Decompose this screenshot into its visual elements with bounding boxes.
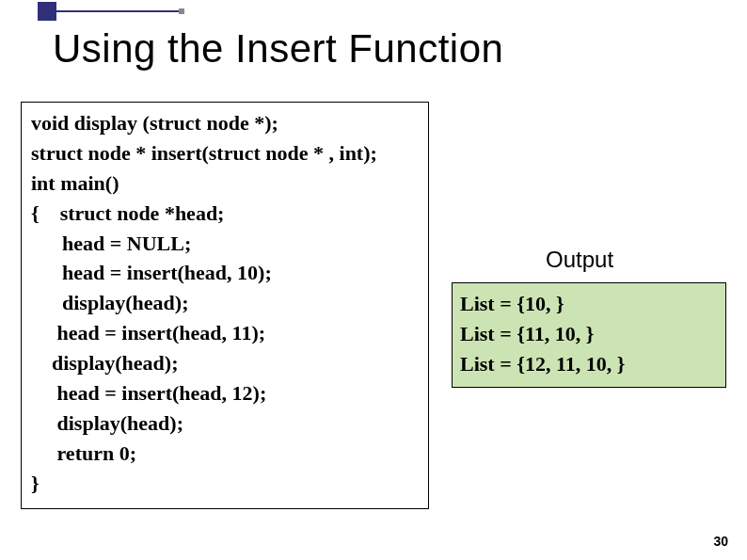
page-number: 30 xyxy=(713,534,728,549)
code-line: void display (struct node *); xyxy=(31,108,419,138)
output-line: List = {11, 10, } xyxy=(460,319,718,349)
code-line: head = insert(head, 11); xyxy=(31,318,419,348)
output-box: List = {10, } List = {11, 10, } List = {… xyxy=(452,282,726,388)
code-line: { struct node *head; xyxy=(31,199,419,229)
code-line: head = NULL; xyxy=(31,229,419,259)
output-line: List = {10, } xyxy=(460,289,718,319)
accent-square-icon xyxy=(38,2,56,21)
code-line: display(head); xyxy=(31,408,419,439)
code-line: int main() xyxy=(31,168,419,199)
code-box: void display (struct node *); struct nod… xyxy=(21,102,429,509)
code-line: struct node * insert(struct node * , int… xyxy=(31,138,419,168)
header-accent xyxy=(0,0,184,21)
code-line: return 0; xyxy=(31,439,419,469)
code-line: } xyxy=(31,469,419,499)
code-line: head = insert(head, 12); xyxy=(31,378,419,408)
accent-dot-icon xyxy=(179,8,184,14)
accent-line-icon xyxy=(56,10,179,12)
code-line: head = insert(head, 10); xyxy=(31,258,419,288)
code-line: display(head); xyxy=(31,288,419,318)
output-line: List = {12, 11, 10, } xyxy=(460,349,718,379)
output-label: Output xyxy=(546,247,613,273)
code-line: display(head); xyxy=(31,348,419,378)
slide-title: Using the Insert Function xyxy=(53,26,503,72)
